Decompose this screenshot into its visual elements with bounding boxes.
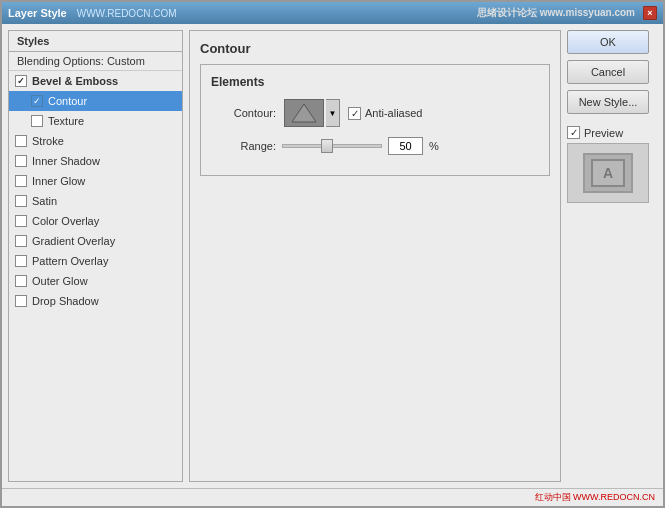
dialog-body: Styles Blending Options: Custom Bevel & … [2, 24, 663, 488]
range-slider[interactable] [282, 144, 382, 148]
contour-preview-box[interactable] [284, 99, 324, 127]
titlebar: Layer Style WWW.REDOCN.COM 思绪设计论坛 www.mi… [2, 2, 663, 24]
label-satin: Satin [32, 195, 57, 207]
contour-label: Contour: [211, 107, 276, 119]
label-contour: Contour [48, 95, 87, 107]
preview-box: A [567, 143, 649, 203]
preview-section: Preview A [567, 126, 657, 203]
layer-style-dialog: Layer Style WWW.REDOCN.COM 思绪设计论坛 www.mi… [0, 0, 665, 508]
blending-options[interactable]: Blending Options: Custom [9, 52, 182, 71]
style-item-satin[interactable]: Satin [9, 191, 182, 211]
style-item-drop-shadow[interactable]: Drop Shadow [9, 291, 182, 311]
range-label: Range: [211, 140, 276, 152]
style-item-contour[interactable]: Contour [9, 91, 182, 111]
elements-title: Elements [211, 75, 539, 89]
style-item-texture[interactable]: Texture [9, 111, 182, 131]
checkbox-pattern-overlay[interactable] [15, 255, 27, 267]
label-texture: Texture [48, 115, 84, 127]
preview-label: Preview [584, 127, 623, 139]
checkbox-drop-shadow[interactable] [15, 295, 27, 307]
style-item-pattern-overlay[interactable]: Pattern Overlay [9, 251, 182, 271]
checkbox-contour[interactable] [31, 95, 43, 107]
titlebar-left: Layer Style WWW.REDOCN.COM [8, 7, 177, 19]
label-outer-glow: Outer Glow [32, 275, 88, 287]
contour-svg [288, 102, 320, 124]
label-stroke: Stroke [32, 135, 64, 147]
style-item-stroke[interactable]: Stroke [9, 131, 182, 151]
checkbox-texture[interactable] [31, 115, 43, 127]
anti-alias-label: Anti-aliased [365, 107, 422, 119]
label-pattern-overlay: Pattern Overlay [32, 255, 108, 267]
new-style-button[interactable]: New Style... [567, 90, 649, 114]
styles-header: Styles [9, 31, 182, 52]
titlebar-right: 思绪设计论坛 www.missyuan.com × [477, 6, 657, 20]
style-item-gradient-overlay[interactable]: Gradient Overlay [9, 231, 182, 251]
section-title: Contour [200, 41, 550, 56]
checkbox-color-overlay[interactable] [15, 215, 27, 227]
style-item-inner-glow[interactable]: Inner Glow [9, 171, 182, 191]
range-row: Range: % [211, 137, 539, 155]
right-panel: OK Cancel New Style... Preview A [567, 30, 657, 482]
preview-inner: A [583, 153, 633, 193]
label-bevel-emboss: Bevel & Emboss [32, 75, 118, 87]
close-button[interactable]: × [643, 6, 657, 20]
elements-box: Elements Contour: ▼ Anti-ali [200, 64, 550, 176]
watermark-left: WWW.REDOCN.COM [77, 8, 177, 19]
style-item-color-overlay[interactable]: Color Overlay [9, 211, 182, 231]
checkbox-bevel-emboss[interactable] [15, 75, 27, 87]
label-inner-glow: Inner Glow [32, 175, 85, 187]
label-gradient-overlay: Gradient Overlay [32, 235, 115, 247]
label-inner-shadow: Inner Shadow [32, 155, 100, 167]
ok-button[interactable]: OK [567, 30, 649, 54]
anti-alias-row: Anti-aliased [348, 107, 422, 120]
style-item-outer-glow[interactable]: Outer Glow [9, 271, 182, 291]
bottom-watermark: 红动中国 WWW.REDOCN.CN [535, 491, 656, 504]
contour-row: Contour: ▼ Anti-aliased [211, 99, 539, 127]
styles-list: Bevel & Emboss Contour Texture Stroke [9, 71, 182, 481]
checkbox-inner-glow[interactable] [15, 175, 27, 187]
svg-marker-0 [292, 104, 316, 122]
dialog-title: Layer Style [8, 7, 67, 19]
style-item-bevel-emboss[interactable]: Bevel & Emboss [9, 71, 182, 91]
range-input[interactable] [388, 137, 423, 155]
contour-picker[interactable]: ▼ [284, 99, 340, 127]
preview-svg: A [590, 158, 626, 188]
style-item-inner-shadow[interactable]: Inner Shadow [9, 151, 182, 171]
cancel-button[interactable]: Cancel [567, 60, 649, 84]
label-drop-shadow: Drop Shadow [32, 295, 99, 307]
checkbox-outer-glow[interactable] [15, 275, 27, 287]
range-slider-handle[interactable] [321, 139, 333, 153]
percent-sign: % [429, 140, 439, 152]
status-bar: 红动中国 WWW.REDOCN.CN [2, 488, 663, 506]
center-panel: Contour Elements Contour: ▼ [189, 30, 561, 482]
left-panel: Styles Blending Options: Custom Bevel & … [8, 30, 183, 482]
preview-checkbox[interactable] [567, 126, 580, 139]
label-color-overlay: Color Overlay [32, 215, 99, 227]
contour-dropdown-button[interactable]: ▼ [326, 99, 340, 127]
checkbox-stroke[interactable] [15, 135, 27, 147]
watermark-right: 思绪设计论坛 www.missyuan.com [477, 6, 635, 20]
checkbox-inner-shadow[interactable] [15, 155, 27, 167]
checkbox-gradient-overlay[interactable] [15, 235, 27, 247]
anti-alias-checkbox[interactable] [348, 107, 361, 120]
preview-checkbox-row: Preview [567, 126, 657, 139]
checkbox-satin[interactable] [15, 195, 27, 207]
svg-text:A: A [603, 165, 613, 181]
